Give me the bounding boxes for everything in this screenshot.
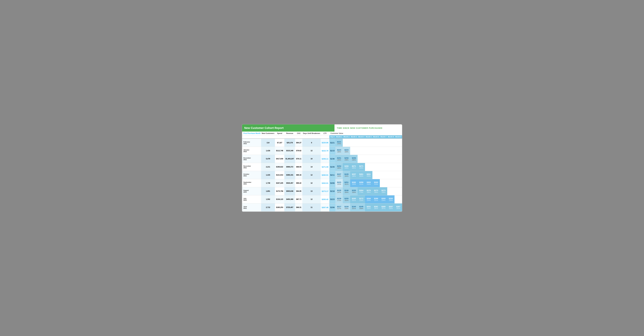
cohort-month5-cell: $303215% (365, 179, 372, 187)
cohort-month8-cell: $267292% (387, 203, 395, 211)
column-headers: First Purchase Month New Customers Spend… (242, 132, 402, 135)
spend-cell: $417,030 (275, 155, 284, 163)
table-row: February2022114$7,327$25,178$64.270$220.… (242, 139, 402, 147)
cohort-month2-cell: $255191% (343, 195, 350, 203)
cohort-month3-cell: $240251% (350, 203, 358, 211)
cac-cell: $94.95 (295, 187, 302, 195)
cohort-month8-cell: $293235% (387, 195, 395, 203)
days-breakeven-cell: 12 (302, 179, 321, 187)
month6-header: Month 6 (372, 135, 380, 139)
cohort-month9-cell (394, 179, 402, 187)
day0-cell: $236 (329, 155, 335, 163)
cac-cell: $88.93 (295, 163, 302, 171)
month7-header: Month 7 (380, 135, 387, 139)
days-breakeven-cell: 12 (302, 147, 321, 155)
cohort-month6-cell: $273188% (372, 187, 380, 195)
cohort-month9-cell (394, 155, 402, 163)
cohort-month4-cell (358, 139, 365, 147)
days-breakeven-cell: 10 (302, 155, 321, 163)
spend-cell: $167,225 (275, 179, 284, 187)
cohort-month8-cell (387, 187, 395, 195)
month-cell: June2021 (242, 203, 261, 211)
cohort-month7-cell (380, 179, 387, 187)
cac-cell: $86.16 (295, 171, 302, 179)
empty-subheader3 (275, 135, 284, 139)
cohort-month9-cell (394, 139, 402, 147)
cac-cell: $96.22 (295, 179, 302, 187)
cohort-month4-cell: $261203% (358, 171, 365, 179)
cohort-month5-cell (365, 155, 372, 163)
ltv-cell: $220.86 (321, 139, 329, 147)
cohort-month1-cell: $254186% (335, 163, 343, 171)
day0-header: Day 0 (329, 135, 335, 139)
cohort-month3-cell: $256236% (350, 155, 358, 163)
days-breakeven-header: Days Until Breakeven (302, 132, 321, 135)
cohort-month8-cell (387, 147, 395, 155)
cohort-month7-cell (380, 171, 387, 179)
cohort-month8-cell (387, 163, 395, 171)
cohort-month2-cell (343, 139, 350, 147)
cohort-month1-cell: $223131% (335, 179, 343, 187)
ltv-cell: $260.91 (321, 171, 329, 179)
revenue-cell: $369,191 (284, 171, 295, 179)
cohort-month8-cell (387, 155, 395, 163)
cohort-month5-cell: $284224% (365, 195, 372, 203)
cohort-month3-cell: $282193% (350, 179, 358, 187)
spend-cell: $7,327 (275, 139, 284, 147)
day0-cell: $221 (329, 139, 335, 147)
cohort-month5-cell: $251268% (365, 203, 372, 211)
cohort-month9-cell (394, 163, 402, 171)
cohort-month1-cell: $251230% (335, 155, 343, 163)
day0-cell: $206 (329, 179, 335, 187)
days-breakeven-cell: 14 (302, 163, 321, 171)
revenue-cell: $1,403,207 (284, 155, 295, 163)
ltv-header: LTV (321, 132, 329, 135)
cohort-month4-cell: $271205% (358, 163, 365, 171)
new-customers-cell: 2,712 (261, 203, 275, 211)
day0-cell: $211 (329, 171, 335, 179)
report-title: New Customer Cohort Report (242, 124, 334, 132)
month4-header: Month 4 (358, 135, 365, 139)
empty-subheader7 (321, 135, 329, 139)
new-customers-cell: 2,211 (261, 163, 275, 171)
spend-cell: $112,748 (275, 147, 284, 155)
cohort-month8-cell (387, 171, 395, 179)
month-cell: July2021 (242, 195, 261, 203)
cac-cell: $76.11 (295, 155, 302, 163)
sub-headers: Day 0 Month 1 Month 2 Month 3 Month 4 Mo… (242, 135, 402, 139)
cohort-month1-cell: $217217% (335, 203, 343, 211)
revenue-header: Revenue (284, 132, 295, 135)
report-container: New Customer Cohort Report TIME SINCE NE… (242, 124, 402, 212)
table-row: June20212,712$185,253$725,407$68.3111$26… (242, 203, 402, 211)
day0-cell: $206 (329, 203, 335, 211)
table-row: November20212,211$196,622$599,372$88.931… (242, 163, 402, 171)
cohort-month3-cell (350, 139, 358, 147)
ltv-cell: $273.17 (321, 187, 329, 195)
new-customers-cell: 114 (261, 139, 275, 147)
month8-header: Month 8 (387, 135, 395, 139)
cohort-month1-cell: $239172% (335, 195, 343, 203)
cohort-month5-cell: $261203% (365, 171, 372, 179)
cohort-month8-cell (387, 139, 395, 147)
new-customers-cell: 1,738 (261, 179, 275, 187)
ltv-cell: $222.70 (321, 147, 329, 155)
ltv-cell: $302.91 (321, 179, 329, 187)
days-breakeven-cell: 0 (302, 139, 321, 147)
cohort-month9-cell (394, 171, 402, 179)
month5-header: Month 5 (365, 135, 372, 139)
cohort-month7-cell: $273188% (380, 187, 387, 195)
cohort-month6-cell: $261282% (372, 203, 380, 211)
cohort-month4-cell: $264179% (358, 187, 365, 195)
day0-cell: $235 (329, 163, 335, 171)
cohort-month6-cell: $290231% (372, 195, 380, 203)
empty-subheader2 (261, 135, 275, 139)
cohort-month1-cell: $235147% (335, 187, 343, 195)
cohort-month6-cell (372, 155, 380, 163)
cohort-month3-cell: $271205% (350, 163, 358, 171)
empty-subheader (242, 135, 261, 139)
new-customers-cell: 5,479 (261, 155, 275, 163)
spend-cell: $196,622 (275, 163, 284, 171)
spend-cell: $175,758 (275, 187, 284, 195)
table-row: August20211,851$175,758$505,638$94.9513$… (242, 187, 402, 195)
new-customers-header: New Customers (261, 132, 275, 135)
